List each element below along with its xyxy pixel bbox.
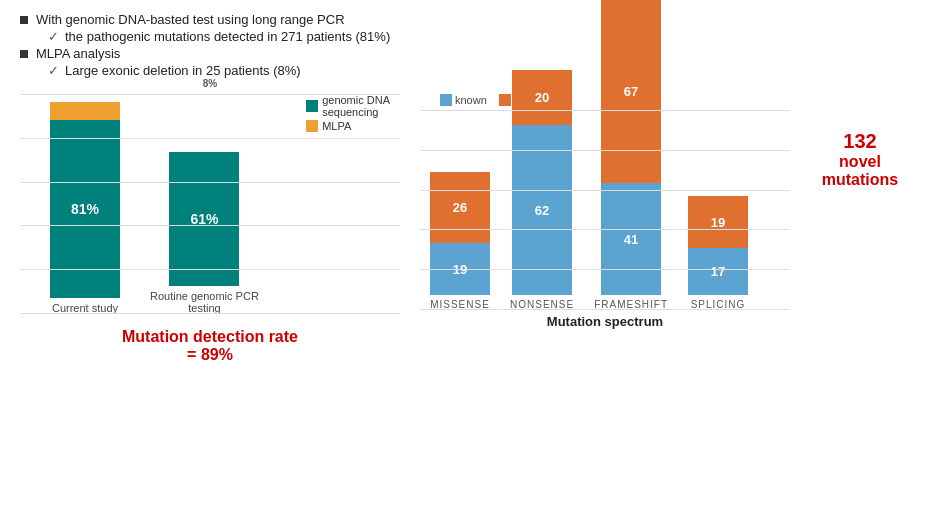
legend-label-known: known <box>455 94 487 106</box>
legend-color-mlpa <box>306 120 318 132</box>
bar-seg-missense-novel: 26 <box>430 172 490 243</box>
bullet-item-1: With genomic DNA-basted test using long … <box>20 12 920 27</box>
bullet-square-2 <box>20 50 28 58</box>
spec-bar-label-splicing: SPLICING <box>691 299 746 310</box>
novel-count: 132 <box>800 130 920 153</box>
left-chart: genomic DNAsequencing MLPA 8% <box>20 94 400 514</box>
bar-group-frameshift: 67 41 FRAMESHIFT <box>594 0 668 310</box>
bar-stacked-current: 8% 81% <box>50 102 120 298</box>
legend-color-novel <box>499 94 511 106</box>
novel-mutations-box: 132 novel mutations <box>800 130 920 514</box>
bullet-square-1 <box>20 16 28 24</box>
checkmark-icon-2: ✓ <box>48 63 59 78</box>
bar-group-routine: 61% Routine genomic PCRtesting <box>150 66 259 314</box>
bullet-text-1: With genomic DNA-basted test using long … <box>36 12 345 27</box>
legend-item-known: known <box>440 94 487 106</box>
right-chart: known novel <box>400 94 920 514</box>
spec-bar-label-missense: MISSENSE <box>430 299 490 310</box>
legend-color-dna <box>306 100 318 112</box>
legend-item-mlpa: MLPA <box>306 120 390 132</box>
spectrum-bar-area: 26 19 MISSENSE 20 62 NONSENSE <box>420 110 790 310</box>
bar-label-current: Current study <box>52 302 118 314</box>
bar-group-splicing: 19 17 SPLICING <box>688 196 748 310</box>
bullet-text-2: MLPA analysis <box>36 46 120 61</box>
bar-segment-mlpa-current: 8% <box>50 102 120 120</box>
checkmark-item-1: ✓ the pathogenic mutations detected in 2… <box>48 29 920 44</box>
checkmark-text-1: the pathogenic mutations detected in 271… <box>65 29 390 44</box>
checkmark-icon-1: ✓ <box>48 29 59 44</box>
bar-label-routine: Routine genomic PCRtesting <box>150 290 259 314</box>
bar-seg-nonsense-known: 62 <box>512 125 572 295</box>
spec-bar-stacked-splicing: 19 17 <box>688 196 748 295</box>
spectrum-title: Mutation spectrum <box>420 314 790 329</box>
legend-label-dna: genomic DNAsequencing <box>322 94 390 118</box>
novel-label: novel mutations <box>800 153 920 189</box>
spec-bar-stacked-nonsense: 20 62 <box>512 70 572 295</box>
bar-group-missense: 26 19 MISSENSE <box>430 172 490 310</box>
bar-stacked-routine: 61% <box>169 152 239 286</box>
left-chart-grid-area: genomic DNAsequencing MLPA 8% <box>20 94 400 314</box>
legend-item-dna: genomic DNAsequencing <box>306 94 390 118</box>
charts-row: genomic DNAsequencing MLPA 8% <box>20 94 920 514</box>
bar-seg-splicing-known: 17 <box>688 248 748 295</box>
bar-segment-dna-current: 81% <box>50 120 120 298</box>
bar-group-current: 8% 81% Current study <box>50 78 120 314</box>
spec-bar-stacked-frameshift: 67 41 <box>601 0 661 295</box>
bar-seg-frameshift-novel: 67 <box>601 0 661 183</box>
spectrum-bars: 26 19 MISSENSE 20 62 NONSENSE <box>420 110 790 514</box>
left-chart-legend: genomic DNAsequencing MLPA <box>306 94 390 134</box>
bullet-item-2: MLPA analysis <box>20 46 920 61</box>
mutation-detection-rate-value: = 89% <box>20 346 400 364</box>
spec-bar-label-frameshift: FRAMESHIFT <box>594 299 668 310</box>
bar-seg-missense-known: 19 <box>430 243 490 295</box>
legend-label-mlpa: MLPA <box>322 120 351 132</box>
bar-seg-splicing-novel: 19 <box>688 196 748 248</box>
right-chart-content: 26 19 MISSENSE 20 62 NONSENSE <box>420 110 920 514</box>
bar-wrapper-routine: 61% <box>169 66 239 286</box>
spec-bar-stacked-missense: 26 19 <box>430 172 490 295</box>
legend-color-known <box>440 94 452 106</box>
bar-group-nonsense: 20 62 NONSENSE <box>510 70 574 310</box>
mlpa-pct-label: 8% <box>203 78 217 89</box>
bar-segment-dna-routine: 61% <box>169 152 239 286</box>
bar-wrapper-current: 8% 81% <box>50 78 120 298</box>
mutation-detection-rate-label: Mutation detection rate <box>20 328 400 346</box>
bar-seg-nonsense-novel: 20 <box>512 70 572 125</box>
spec-bar-label-nonsense: NONSENSE <box>510 299 574 310</box>
bar-seg-frameshift-known: 41 <box>601 183 661 295</box>
